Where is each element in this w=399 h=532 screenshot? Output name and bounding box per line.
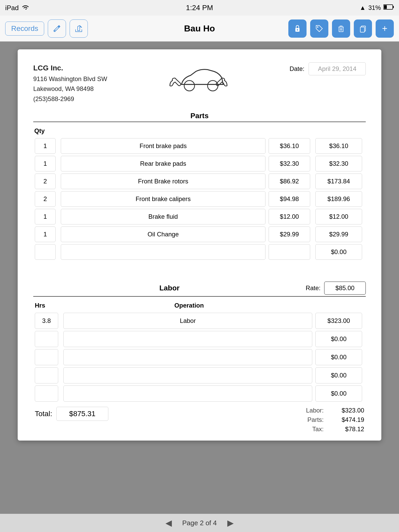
labor-op-0[interactable]: Labor bbox=[63, 313, 312, 329]
total-left: Total: $875.31 bbox=[35, 407, 108, 421]
copy-button[interactable] bbox=[354, 19, 372, 38]
summary-tax-value: $78.12 bbox=[328, 425, 364, 433]
total-value[interactable]: $875.31 bbox=[56, 407, 108, 421]
svg-rect-2 bbox=[384, 5, 387, 9]
parts-price-4[interactable]: $12.00 bbox=[269, 209, 310, 224]
parts-desc-5[interactable]: Oil Change bbox=[61, 227, 265, 242]
hrs-header: Hrs bbox=[35, 302, 61, 309]
labor-total-0: $323.00 bbox=[315, 313, 362, 329]
svg-rect-1 bbox=[393, 6, 394, 8]
parts-price-0[interactable]: $36.10 bbox=[269, 138, 310, 154]
parts-price-5[interactable]: $29.99 bbox=[269, 227, 310, 242]
labor-total-1: $0.00 bbox=[315, 331, 362, 347]
pagination: ◀ Page 2 of 4 ▶ bbox=[0, 514, 399, 532]
summary-tax-label: Tax: bbox=[312, 425, 324, 433]
parts-qty-1[interactable]: 1 bbox=[35, 156, 56, 171]
parts-price-3[interactable]: $94.98 bbox=[269, 191, 310, 207]
parts-desc-3[interactable]: Front brake calipers bbox=[61, 191, 265, 207]
parts-desc-2[interactable]: Front Brake rotors bbox=[61, 174, 265, 189]
car-logo bbox=[107, 62, 290, 94]
next-page-button[interactable]: ▶ bbox=[227, 518, 234, 528]
company-name: LCG Inc. bbox=[33, 62, 107, 74]
summary-area: Total: $875.31 Labor: $323.00 Parts: $47… bbox=[33, 407, 366, 433]
status-bar: iPad 1:24 PM ▲ 31% bbox=[0, 0, 399, 16]
battery-icon bbox=[383, 4, 394, 11]
prev-page-button[interactable]: ◀ bbox=[165, 518, 172, 528]
edit-button[interactable] bbox=[48, 19, 66, 38]
document: LCG Inc. 9116 Washington Blvd SW Lakewoo… bbox=[18, 49, 381, 441]
wifi-icon bbox=[22, 4, 29, 12]
toolbar-title: Bau Ho bbox=[184, 23, 215, 34]
trash-button[interactable] bbox=[332, 19, 350, 38]
records-button[interactable]: Records bbox=[5, 22, 44, 36]
rate-area: Rate: $85.00 bbox=[306, 282, 366, 295]
labor-op-3[interactable] bbox=[63, 367, 312, 383]
parts-total-2: $173.84 bbox=[315, 174, 362, 189]
parts-qty-3[interactable]: 2 bbox=[35, 191, 56, 207]
parts-table-row: $0.00 bbox=[33, 243, 366, 261]
labor-table-row: $0.00 bbox=[33, 330, 366, 348]
tag-button[interactable] bbox=[310, 19, 328, 38]
status-right: ▲ 31% bbox=[360, 4, 394, 11]
parts-title: Parts bbox=[33, 112, 366, 120]
parts-qty-2[interactable]: 2 bbox=[35, 174, 56, 189]
parts-desc-0[interactable]: Front brake pads bbox=[61, 138, 265, 154]
parts-total-3: $189.96 bbox=[315, 191, 362, 207]
labor-op-1[interactable] bbox=[63, 331, 312, 347]
labor-hrs-2[interactable] bbox=[35, 349, 58, 365]
labor-total-2: $0.00 bbox=[315, 349, 362, 365]
parts-price-6[interactable] bbox=[269, 244, 310, 260]
labor-hrs-1[interactable] bbox=[35, 331, 58, 347]
toolbar: Records Bau Ho + bbox=[0, 16, 399, 42]
svg-point-5 bbox=[297, 29, 298, 30]
summary-labor-value: $323.00 bbox=[328, 407, 364, 414]
company-info: LCG Inc. 9116 Washington Blvd SW Lakewoo… bbox=[33, 62, 107, 104]
total-label: Total: bbox=[35, 410, 52, 418]
battery-label: 31% bbox=[368, 4, 381, 11]
labor-hrs-3[interactable] bbox=[35, 367, 58, 383]
labor-op-2[interactable] bbox=[63, 349, 312, 365]
parts-qty-4[interactable]: 1 bbox=[35, 209, 56, 224]
parts-table-row: 1 Rear brake pads $32.30 $32.30 bbox=[33, 155, 366, 172]
labor-hrs-0[interactable]: 3.8 bbox=[35, 313, 58, 329]
date-value[interactable]: April 29, 2014 bbox=[309, 62, 366, 75]
parts-table: 1 Front brake pads $36.10 $36.10 1 Rear … bbox=[33, 137, 366, 261]
summary-right: Labor: $323.00 Parts: $474.19 Tax: $78.1… bbox=[306, 407, 364, 433]
labor-title: Labor bbox=[33, 284, 306, 292]
svg-point-6 bbox=[317, 26, 318, 28]
labor-table-row: $0.00 bbox=[33, 366, 366, 384]
parts-divider bbox=[33, 122, 366, 122]
company-phone: (253)588-2969 bbox=[33, 94, 107, 104]
page-label: Page 2 of 4 bbox=[182, 519, 217, 527]
rate-value[interactable]: $85.00 bbox=[324, 282, 366, 295]
op-header: Operation bbox=[64, 302, 314, 309]
parts-price-1[interactable]: $32.30 bbox=[269, 156, 310, 171]
parts-qty-5[interactable]: 1 bbox=[35, 227, 56, 242]
main-content: LCG Inc. 9116 Washington Blvd SW Lakewoo… bbox=[0, 42, 399, 532]
labor-op-4[interactable] bbox=[63, 385, 312, 402]
parts-qty-0[interactable]: 1 bbox=[35, 138, 56, 154]
labor-table-row: $0.00 bbox=[33, 348, 366, 366]
lock-button[interactable] bbox=[288, 19, 307, 38]
parts-desc-1[interactable]: Rear brake pads bbox=[61, 156, 265, 171]
parts-desc-6[interactable] bbox=[61, 244, 265, 260]
share-button[interactable] bbox=[70, 19, 88, 38]
parts-total-4: $12.00 bbox=[315, 209, 362, 224]
company-address1: 9116 Washington Blvd SW bbox=[33, 74, 107, 84]
summary-parts-label: Parts: bbox=[307, 416, 324, 423]
parts-desc-4[interactable]: Brake fluid bbox=[61, 209, 265, 224]
labor-col-headers: Hrs Operation bbox=[33, 302, 366, 309]
parts-table-row: 2 Front Brake rotors $86.92 $173.84 bbox=[33, 172, 366, 190]
labor-hrs-4[interactable] bbox=[35, 385, 58, 402]
add-button[interactable]: + bbox=[376, 19, 394, 38]
parts-qty-6[interactable] bbox=[35, 244, 56, 260]
company-address2: Lakewood, WA 98498 bbox=[33, 84, 107, 94]
date-area: Date: April 29, 2014 bbox=[290, 62, 366, 75]
summary-parts-row: Parts: $474.19 bbox=[307, 416, 364, 423]
parts-price-2[interactable]: $86.92 bbox=[269, 174, 310, 189]
parts-total-0: $36.10 bbox=[315, 138, 362, 154]
labor-divider bbox=[33, 296, 366, 297]
labor-table-row: $0.00 bbox=[33, 384, 366, 403]
date-label: Date: bbox=[290, 65, 304, 72]
svg-rect-13 bbox=[360, 27, 364, 32]
